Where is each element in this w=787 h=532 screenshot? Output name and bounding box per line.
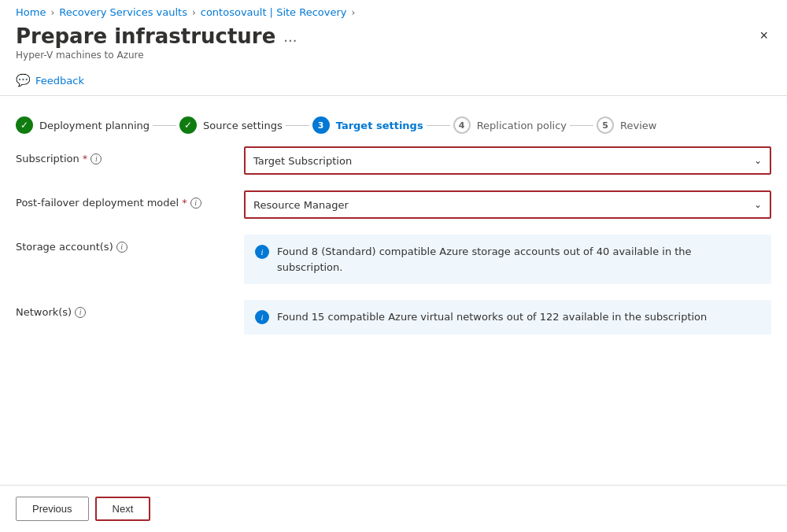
footer: Previous Next — [0, 485, 787, 532]
feedback-label: Feedback — [35, 75, 84, 87]
step-2-circle: ✓ — [179, 116, 197, 134]
step-3-label: Target settings — [336, 120, 423, 131]
step-review[interactable]: 5 Review — [597, 116, 656, 134]
subscription-row: Subscription * i Target Subscription ⌄ — [16, 146, 771, 175]
networks-label: Network(s) i — [16, 300, 244, 318]
previous-button[interactable]: Previous — [16, 497, 89, 521]
subscription-label: Subscription * i — [16, 146, 244, 164]
networks-row: Network(s) i i Found 15 compatible Azure… — [16, 300, 771, 334]
storage-label: Storage account(s) i — [16, 235, 244, 253]
deployment-model-label: Post-failover deployment model * i — [16, 190, 244, 209]
page-title: Prepare infrastructure ... — [16, 24, 297, 48]
step-source-settings[interactable]: ✓ Source settings — [179, 116, 283, 134]
close-button[interactable]: × — [756, 24, 771, 47]
deployment-model-row: Post-failover deployment model * i Resou… — [16, 190, 771, 219]
step-sep-4 — [570, 125, 593, 126]
header-divider — [0, 95, 787, 96]
breadcrumb-sep-3: › — [352, 7, 356, 18]
feedback-row[interactable]: 💬 Feedback — [0, 68, 787, 95]
breadcrumb-sep-1: › — [50, 7, 54, 18]
storage-info-circle: i — [255, 245, 269, 259]
storage-control: i Found 8 (Standard) compatible Azure st… — [244, 235, 771, 284]
breadcrumb-sep-2: › — [192, 7, 196, 18]
page-header: Prepare infrastructure ... Hyper-V machi… — [0, 24, 787, 68]
subscription-info-icon[interactable]: i — [91, 153, 102, 164]
step-sep-3 — [427, 125, 450, 126]
page-subtitle: Hyper-V machines to Azure — [16, 50, 297, 61]
networks-info-icon[interactable]: i — [75, 307, 86, 318]
subscription-chevron: ⌄ — [754, 155, 762, 166]
step-target-settings[interactable]: 3 Target settings — [312, 116, 423, 134]
storage-info-icon[interactable]: i — [116, 242, 127, 253]
deployment-info-icon[interactable]: i — [190, 198, 201, 209]
storage-info-box: i Found 8 (Standard) compatible Azure st… — [244, 235, 771, 284]
step-sep-2 — [286, 125, 309, 126]
step-5-label: Review — [620, 120, 656, 131]
step-sep-1 — [153, 125, 176, 126]
title-area: Prepare infrastructure ... Hyper-V machi… — [16, 24, 297, 61]
next-button[interactable]: Next — [95, 497, 151, 521]
header-ellipsis[interactable]: ... — [283, 28, 297, 45]
step-2-label: Source settings — [203, 120, 283, 131]
deployment-required: * — [182, 197, 187, 209]
deployment-chevron: ⌄ — [754, 199, 762, 210]
subscription-dropdown[interactable]: Target Subscription ⌄ — [244, 146, 771, 175]
step-1-label: Deployment planning — [39, 120, 150, 131]
breadcrumb-recovery[interactable]: Recovery Services vaults — [59, 6, 187, 18]
deployment-model-control: Resource Manager ⌄ — [244, 190, 771, 219]
storage-info-text: Found 8 (Standard) compatible Azure stor… — [277, 244, 760, 275]
step-3-circle: 3 — [312, 116, 330, 134]
step-4-circle: 4 — [453, 116, 471, 134]
networks-info-circle: i — [255, 310, 269, 324]
breadcrumb-vault[interactable]: contosovault | Site Recovery — [201, 6, 347, 18]
deployment-value: Resource Manager — [253, 199, 349, 211]
breadcrumb-home[interactable]: Home — [16, 6, 46, 18]
storage-row: Storage account(s) i i Found 8 (Standard… — [16, 235, 771, 284]
subscription-value: Target Subscription — [253, 155, 352, 167]
steps-bar: ✓ Deployment planning ✓ Source settings … — [0, 109, 787, 146]
step-replication-policy[interactable]: 4 Replication policy — [453, 116, 567, 134]
step-4-label: Replication policy — [477, 120, 567, 131]
networks-info-text: Found 15 compatible Azure virtual networ… — [277, 309, 707, 325]
step-5-circle: 5 — [597, 116, 614, 134]
step-1-circle: ✓ — [16, 116, 33, 134]
step-deployment-planning[interactable]: ✓ Deployment planning — [16, 116, 150, 134]
form-area: Subscription * i Target Subscription ⌄ P… — [0, 146, 787, 334]
networks-info-box: i Found 15 compatible Azure virtual netw… — [244, 300, 771, 334]
subscription-required: * — [83, 153, 88, 164]
deployment-dropdown[interactable]: Resource Manager ⌄ — [244, 190, 771, 219]
networks-control: i Found 15 compatible Azure virtual netw… — [244, 300, 771, 334]
subscription-control: Target Subscription ⌄ — [244, 146, 771, 175]
feedback-icon: 💬 — [16, 73, 31, 87]
breadcrumb: Home › Recovery Services vaults › contos… — [0, 0, 787, 24]
